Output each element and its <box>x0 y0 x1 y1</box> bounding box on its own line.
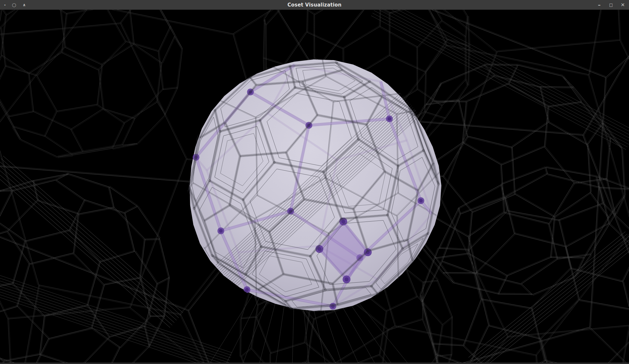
maximize-button[interactable]: □ <box>607 0 615 10</box>
titlebar-left-icons: • ○ ∧ <box>3 0 27 10</box>
close-button[interactable]: ✕ <box>619 0 626 10</box>
window-controls: – □ ✕ <box>596 0 626 10</box>
visualization-canvas[interactable] <box>0 10 629 363</box>
chevron-up-icon[interactable]: ∧ <box>22 3 27 7</box>
minimize-button[interactable]: – <box>596 0 603 10</box>
window-title: Coset Visualization <box>287 0 341 10</box>
dot-icon: • <box>3 3 7 7</box>
circle-icon[interactable]: ○ <box>11 2 17 8</box>
window-bottom-border <box>0 363 629 364</box>
titlebar[interactable]: • ○ ∧ Coset Visualization – □ ✕ <box>0 0 629 10</box>
coset-scene-svg <box>0 10 629 363</box>
app-window: • ○ ∧ Coset Visualization – □ ✕ <box>0 0 629 364</box>
